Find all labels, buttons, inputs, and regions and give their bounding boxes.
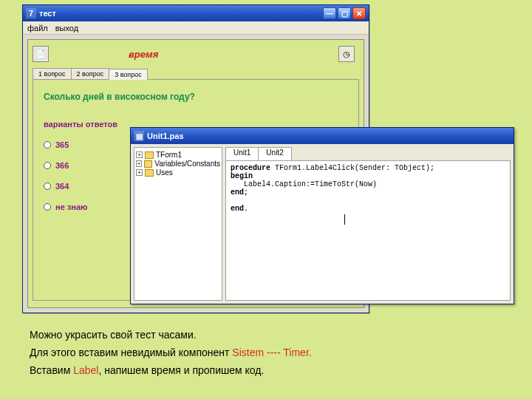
test-titlebar[interactable]: 7 тест — ▢ ✕ — [23, 5, 369, 21]
menu-file[interactable]: файл — [27, 24, 48, 33]
tree-label: Uses — [156, 168, 173, 177]
ide-tab-unit1[interactable]: Unit1 — [225, 147, 259, 160]
answer-label: 365 — [55, 140, 69, 149]
document-icon: 📄 — [35, 50, 46, 59]
code-editor[interactable]: procedure TForm1.Label4Click(Sender: TOb… — [225, 160, 511, 301]
answer-label: 364 — [55, 182, 69, 191]
folder-icon — [145, 169, 154, 177]
ide-window-title: Unit1.pas — [147, 132, 511, 140]
explain-p3: Вставим Label, напишем время и пропишем … — [30, 362, 312, 380]
ide-titlebar[interactable]: ▤ Unit1.pas — [131, 128, 514, 144]
code-keyword: end — [231, 188, 244, 197]
radio-icon[interactable] — [44, 141, 51, 149]
ide-window: ▤ Unit1.pas + TForm1 + Variables/Constan… — [130, 127, 514, 304]
tree-label: TForm1 — [156, 151, 182, 159]
explain-p3b: Label — [73, 364, 98, 376]
code-text: ; — [244, 188, 248, 197]
tree-item-uses[interactable]: + Uses — [136, 168, 220, 177]
folder-icon — [144, 160, 152, 168]
close-button[interactable]: ✕ — [352, 7, 366, 19]
radio-icon[interactable] — [44, 183, 51, 190]
code-keyword: end — [231, 205, 244, 213]
radio-icon[interactable] — [44, 203, 51, 211]
tab-question-3[interactable]: 3 вопрос — [109, 69, 148, 80]
explain-p2: Для этого вставим невидимый компонент Si… — [30, 344, 312, 362]
code-text: TForm1.Label4Click(Sender: TObject); — [270, 164, 434, 172]
explain-p1: Можно украсить свой тест часами. — [30, 327, 312, 344]
explain-p3c: , напишем время и пропишем код. — [98, 364, 264, 376]
maximize-button[interactable]: ▢ — [338, 7, 351, 19]
expand-icon[interactable]: + — [136, 151, 143, 158]
explain-p3a: Вставим — [30, 364, 73, 376]
file-icon: ▤ — [134, 131, 144, 141]
ide-unit-tabs: Unit1 Unit2 — [225, 147, 511, 160]
answer-label: 366 — [55, 161, 69, 170]
code-text: . — [244, 205, 248, 213]
radio-icon[interactable] — [44, 162, 51, 169]
test-menubar: файл выход — [23, 21, 369, 35]
text-cursor — [344, 214, 345, 225]
ide-tab-unit2[interactable]: Unit2 — [258, 147, 291, 160]
clock-icon: ◷ — [343, 50, 350, 59]
minimize-button[interactable]: — — [323, 7, 336, 19]
document-icon-button[interactable]: 📄 — [33, 46, 49, 62]
test-window-title: тест — [39, 9, 323, 18]
expand-icon[interactable]: + — [136, 169, 143, 176]
time-label: время — [129, 49, 158, 60]
code-keyword: begin — [231, 172, 253, 180]
question-tabs: 1 вопрос 2 вопрос 3 вопрос — [33, 68, 359, 79]
explanation-text: Можно украсить свой тест часами. Для это… — [30, 327, 312, 379]
tab-question-2[interactable]: 2 вопрос — [71, 68, 110, 79]
tab-question-1[interactable]: 1 вопрос — [33, 68, 72, 79]
explain-p2b: Sistem ---- Timer. — [232, 347, 311, 358]
code-keyword: procedure — [231, 164, 270, 172]
expand-icon[interactable]: + — [136, 160, 142, 167]
explain-p2a: Для этого вставим невидимый компонент — [30, 347, 232, 358]
app-icon: 7 — [26, 8, 36, 18]
clock-button[interactable]: ◷ — [338, 46, 355, 62]
menu-exit[interactable]: выход — [55, 24, 78, 33]
tree-label: Variables/Constants — [154, 160, 220, 168]
answer-label: не знаю — [55, 202, 87, 211]
tree-item-variables[interactable]: + Variables/Constants — [136, 160, 220, 168]
folder-icon — [145, 151, 154, 159]
question-text: Сколько дней в високосном году? — [44, 92, 348, 102]
ide-tree[interactable]: + TForm1 + Variables/Constants + Uses — [134, 147, 222, 301]
tree-item-tform1[interactable]: + TForm1 — [136, 151, 220, 159]
code-text: Label4.Caption:=TimeToStr(Now) — [231, 180, 377, 188]
